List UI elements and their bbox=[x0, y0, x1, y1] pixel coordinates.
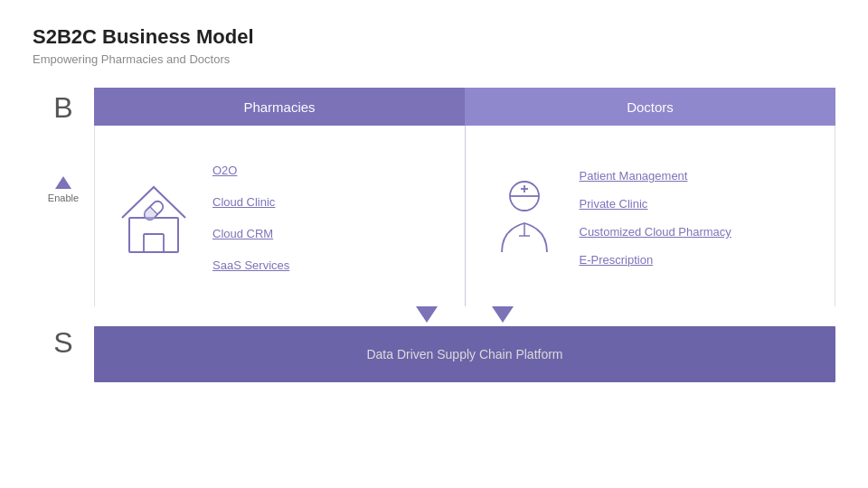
link-cloud-crm[interactable]: Cloud CRM bbox=[212, 227, 456, 240]
down-arrow-right-icon bbox=[492, 306, 514, 323]
page-title: S2B2C Business Model bbox=[33, 25, 835, 49]
doctor-links: Patient Management Private Clinic Custom… bbox=[574, 165, 826, 267]
link-o2o[interactable]: O2O bbox=[212, 164, 456, 177]
page-subtitle: Empowering Pharmacies and Doctors bbox=[33, 52, 835, 66]
arrow-right-space bbox=[465, 306, 835, 326]
doctor-figure-icon bbox=[488, 171, 561, 261]
pharmacy-icon bbox=[104, 171, 203, 261]
b-label: B bbox=[53, 93, 72, 122]
svg-rect-0 bbox=[129, 218, 178, 252]
main-area: B Enable Pharmacies Doctors bbox=[33, 88, 835, 306]
svg-rect-1 bbox=[144, 234, 164, 252]
supply-chain-label: Data Driven Supply Chain Platform bbox=[366, 347, 562, 361]
pharmacy-building-icon bbox=[113, 171, 194, 261]
doctors-section: Patient Management Private Clinic Custom… bbox=[466, 126, 835, 306]
link-e-prescription[interactable]: E-Prescription bbox=[580, 253, 826, 267]
doctors-header: Doctors bbox=[465, 88, 835, 126]
arrows-row bbox=[94, 306, 835, 326]
supply-chain-area: Data Driven Supply Chain Platform bbox=[94, 306, 835, 382]
content-area: Pharmacies Doctors bbox=[94, 88, 835, 306]
b-label-col: B Enable bbox=[33, 88, 94, 306]
svg-rect-4 bbox=[142, 207, 157, 222]
bottom-area: S Data Driven Supply Chain Platform bbox=[33, 306, 835, 382]
down-arrow-left-icon bbox=[416, 306, 438, 323]
link-cloud-clinic[interactable]: Cloud Clinic bbox=[212, 195, 456, 209]
enable-col: Enable bbox=[48, 176, 79, 203]
pharmacies-header: Pharmacies bbox=[94, 88, 465, 126]
link-customized-cloud-pharmacy[interactable]: Customized Cloud Pharmacy bbox=[580, 225, 826, 239]
arrow-left-space bbox=[94, 306, 465, 326]
pharmacy-section: O2O Cloud Clinic Cloud CRM SaaS Services bbox=[95, 126, 466, 306]
s-label: S bbox=[53, 326, 72, 360]
s-label-col: S bbox=[33, 306, 94, 360]
link-private-clinic[interactable]: Private Clinic bbox=[580, 197, 826, 211]
page-container: S2B2C Business Model Empowering Pharmaci… bbox=[0, 0, 868, 488]
middle-row: O2O Cloud Clinic Cloud CRM SaaS Services bbox=[94, 126, 835, 306]
supply-chain-box: Data Driven Supply Chain Platform bbox=[94, 326, 835, 382]
header-row: Pharmacies Doctors bbox=[94, 88, 835, 126]
pharmacy-links: O2O Cloud Clinic Cloud CRM SaaS Services bbox=[203, 160, 456, 272]
link-patient-management[interactable]: Patient Management bbox=[580, 169, 826, 183]
enable-arrow-icon bbox=[55, 176, 71, 189]
doctor-icon bbox=[475, 171, 574, 261]
link-saas-services[interactable]: SaaS Services bbox=[212, 258, 456, 272]
enable-label: Enable bbox=[48, 192, 79, 203]
